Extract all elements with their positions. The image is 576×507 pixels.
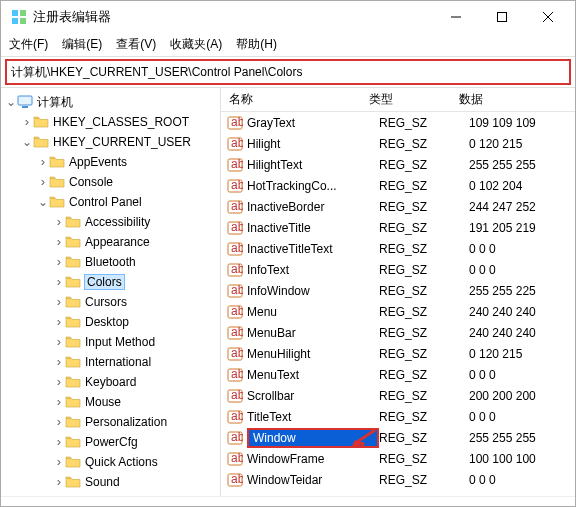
titlebar[interactable]: 注册表编辑器 [1, 1, 575, 33]
node-label[interactable]: Control Panel [69, 195, 142, 209]
list-row[interactable]: abGrayTextREG_SZ109 109 109 [221, 112, 575, 133]
tree-node[interactable]: Control Panel [1, 192, 220, 212]
node-label[interactable]: Input Method [85, 335, 155, 349]
list-header[interactable]: 名称 类型 数据 [221, 88, 575, 112]
tree-node[interactable]: Mouse [1, 392, 220, 412]
tree-node[interactable]: Personalization [1, 412, 220, 432]
close-button[interactable] [525, 1, 571, 33]
list-row[interactable]: abMenuHilightREG_SZ0 120 215 [221, 343, 575, 364]
tree-node[interactable]: International [1, 352, 220, 372]
list-row[interactable]: abWindowFrameREG_SZ100 100 100 [221, 448, 575, 469]
node-label[interactable]: 计算机 [37, 94, 73, 111]
tree-node[interactable]: Sound [1, 472, 220, 492]
expand-chevron-icon[interactable] [53, 337, 65, 347]
col-name[interactable]: 名称 [221, 91, 361, 108]
folder-icon [65, 435, 81, 449]
tree-node[interactable]: Appearance [1, 232, 220, 252]
expand-chevron-icon[interactable] [37, 177, 49, 187]
node-label[interactable]: HKEY_CURRENT_USER [53, 135, 191, 149]
tree-node[interactable]: 计算机 [1, 92, 220, 112]
node-label[interactable]: Colors [85, 275, 124, 289]
tree-node[interactable]: PowerCfg [1, 432, 220, 452]
expand-chevron-icon[interactable] [53, 377, 65, 387]
expand-chevron-icon[interactable] [53, 257, 65, 267]
node-label[interactable]: Personalization [85, 415, 167, 429]
list-row[interactable]: abInactiveTitleREG_SZ191 205 219 [221, 217, 575, 238]
tree-node[interactable]: Colors [1, 272, 220, 292]
list-row[interactable]: abScrollbarREG_SZ200 200 200 [221, 385, 575, 406]
cell-name: MenuBar [247, 326, 379, 340]
expand-chevron-icon[interactable] [37, 197, 49, 207]
expand-chevron-icon[interactable] [53, 397, 65, 407]
node-label[interactable]: Bluetooth [85, 255, 136, 269]
expand-chevron-icon[interactable] [5, 97, 17, 107]
node-label[interactable]: Console [69, 175, 113, 189]
cell-name: MenuText [247, 368, 379, 382]
list-row[interactable]: abTitleTextREG_SZ0 0 0 [221, 406, 575, 427]
menu-edit[interactable]: 编辑(E) [62, 36, 102, 53]
expand-chevron-icon[interactable] [53, 297, 65, 307]
node-label[interactable]: Cursors [85, 295, 127, 309]
list-row[interactable]: abInfoTextREG_SZ0 0 0 [221, 259, 575, 280]
list-row[interactable]: abWindowTeidarREG_SZ0 0 0 [221, 469, 575, 490]
list-row[interactable]: abHotTrackingCo...REG_SZ0 102 204 [221, 175, 575, 196]
node-label[interactable]: AppEvents [69, 155, 127, 169]
list-row[interactable]: abHilightTextREG_SZ255 255 255 [221, 154, 575, 175]
node-label[interactable]: Sound [85, 475, 120, 489]
tree-node[interactable]: Quick Actions [1, 452, 220, 472]
menu-file[interactable]: 文件(F) [9, 36, 48, 53]
list-body[interactable]: abGrayTextREG_SZ109 109 109abHilightREG_… [221, 112, 575, 496]
tree-node[interactable]: Cursors [1, 292, 220, 312]
maximize-button[interactable] [479, 1, 525, 33]
tree-view[interactable]: 计算机HKEY_CLASSES_ROOTHKEY_CURRENT_USERApp… [1, 88, 221, 496]
node-label[interactable]: Mouse [85, 395, 121, 409]
tree-node[interactable]: Bluetooth [1, 252, 220, 272]
expand-chevron-icon[interactable] [53, 437, 65, 447]
cell-data: 244 247 252 [469, 200, 575, 214]
minimize-button[interactable] [433, 1, 479, 33]
list-row[interactable]: abInactiveBorderREG_SZ244 247 252 [221, 196, 575, 217]
expand-chevron-icon[interactable] [53, 277, 65, 287]
tree-node[interactable]: HKEY_CURRENT_USER [1, 132, 220, 152]
list-row[interactable]: abInfoWindowREG_SZ255 255 225 [221, 280, 575, 301]
menu-view[interactable]: 查看(V) [116, 36, 156, 53]
node-label[interactable]: International [85, 355, 151, 369]
menu-favorites[interactable]: 收藏夹(A) [170, 36, 222, 53]
node-label[interactable]: PowerCfg [85, 435, 138, 449]
col-type[interactable]: 类型 [361, 91, 451, 108]
expand-chevron-icon[interactable] [21, 117, 33, 127]
list-row[interactable]: abHilightREG_SZ0 120 215 [221, 133, 575, 154]
list-row[interactable]: abMenuREG_SZ240 240 240 [221, 301, 575, 322]
expand-chevron-icon[interactable] [53, 217, 65, 227]
cell-data: 200 200 200 [469, 389, 575, 403]
node-label[interactable]: Quick Actions [85, 455, 158, 469]
col-data[interactable]: 数据 [451, 91, 575, 108]
tree-node[interactable]: Input Method [1, 332, 220, 352]
expand-chevron-icon[interactable] [53, 317, 65, 327]
tree-node[interactable]: Keyboard [1, 372, 220, 392]
expand-chevron-icon[interactable] [37, 157, 49, 167]
tree-node[interactable]: Accessibility [1, 212, 220, 232]
tree-node[interactable]: Console [1, 172, 220, 192]
node-label[interactable]: Appearance [85, 235, 150, 249]
node-label[interactable]: Accessibility [85, 215, 150, 229]
expand-chevron-icon[interactable] [53, 457, 65, 467]
list-row[interactable]: abMenuBarREG_SZ240 240 240 [221, 322, 575, 343]
list-row[interactable]: abInactiveTitleTextREG_SZ0 0 0 [221, 238, 575, 259]
list-row[interactable]: abMenuTextREG_SZ0 0 0 [221, 364, 575, 385]
node-label[interactable]: Keyboard [85, 375, 136, 389]
address-bar[interactable]: 计算机\HKEY_CURRENT_USER\Control Panel\Colo… [5, 59, 571, 85]
string-value-icon: ab [227, 241, 243, 257]
node-label[interactable]: Desktop [85, 315, 129, 329]
expand-chevron-icon[interactable] [21, 137, 33, 147]
expand-chevron-icon[interactable] [53, 237, 65, 247]
node-label[interactable]: HKEY_CLASSES_ROOT [53, 115, 189, 129]
expand-chevron-icon[interactable] [53, 417, 65, 427]
tree-node[interactable]: Desktop [1, 312, 220, 332]
tree-node[interactable]: HKEY_CLASSES_ROOT [1, 112, 220, 132]
tree-node[interactable]: AppEvents [1, 152, 220, 172]
expand-chevron-icon[interactable] [53, 477, 65, 487]
list-row[interactable]: abWindowREG_SZ255 255 255 [221, 427, 575, 448]
expand-chevron-icon[interactable] [53, 357, 65, 367]
menu-help[interactable]: 帮助(H) [236, 36, 277, 53]
